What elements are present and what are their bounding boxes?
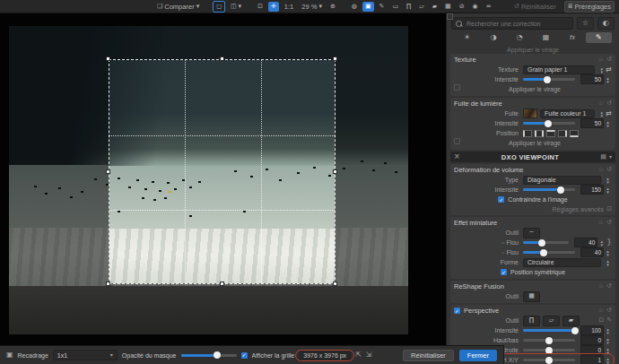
compare-button[interactable]: ❏ Comparer ▾ [154, 2, 202, 12]
symmetric-position-checkbox[interactable]: ✓ [501, 269, 507, 275]
aspect-ratio-dropdown[interactable]: 1x1 ▾ [53, 350, 118, 360]
crop-handle-mid-right[interactable] [333, 169, 337, 174]
rectangle-tool-button[interactable]: ▱ [543, 316, 560, 326]
star-icon[interactable]: ☆ [598, 100, 604, 107]
tab-effects[interactable]: fx [559, 32, 585, 43]
show-grid-checkbox[interactable]: ✓ [241, 352, 248, 359]
perspective-8pt-tool-button[interactable]: ▰ [430, 2, 440, 12]
perspective-tool-button[interactable]: ▱ [416, 2, 426, 12]
split-view-button[interactable]: ◫ ▾ [228, 2, 244, 12]
position-right-button[interactable] [558, 130, 567, 137]
orientation-landscape-icon[interactable]: ⇲ [366, 351, 372, 359]
orientation-portrait-icon[interactable]: ⇱ [355, 351, 362, 359]
volume-type-stepper[interactable]: ▴ ▾ [604, 177, 612, 184]
brush-tool-button[interactable]: ▭ [389, 2, 401, 12]
mask-opacity-slider[interactable] [181, 354, 237, 357]
toolbar-reset-button[interactable]: ↺ Réinitialiser [511, 2, 559, 12]
perspective-intensity-slider[interactable] [523, 329, 575, 332]
search-box[interactable] [451, 17, 573, 30]
volume-intensity-value[interactable]: 150 [580, 185, 604, 195]
texture-intensity-value[interactable]: 50 [580, 74, 604, 84]
star-icon[interactable]: ☆ [598, 220, 604, 226]
updown-stepper[interactable]: ▴ ▾ [604, 337, 612, 344]
single-view-button[interactable]: ◻ [213, 1, 225, 13]
force-parallel-tool-button[interactable]: ∏ [404, 2, 414, 12]
viewpoint-palette-header[interactable]: × DXO VIEWPOINT ▤ ▾ [450, 152, 615, 162]
xy-ratio-slider[interactable] [523, 359, 575, 361]
texture-apply-toning-checkbox[interactable] [454, 84, 460, 91]
leftright-stepper[interactable]: ▴ ▾ [604, 347, 612, 354]
miniature-blur-far-value[interactable]: 40 [580, 247, 604, 257]
reset-icon[interactable]: ↺ [606, 56, 612, 63]
crop-handle-bottom-right[interactable] [333, 282, 337, 286]
close-crop-button[interactable]: Fermer [459, 350, 497, 361]
shuffle-icon[interactable]: ⇄ [606, 66, 612, 74]
panel-menu-icon[interactable]: ▤ [600, 154, 606, 160]
clip-tool-button[interactable]: ⊘ [457, 2, 467, 12]
updown-value[interactable]: 0 [580, 335, 604, 345]
preview-toggle-button[interactable]: ◉ [470, 2, 481, 12]
crop-handle-bottom-center[interactable] [220, 282, 224, 286]
miniature-blur-near-slider[interactable] [523, 241, 569, 244]
zoom-in-button[interactable]: ⊕ [327, 2, 338, 12]
link-sliders-icon[interactable]: } [606, 238, 612, 247]
star-icon[interactable]: ☆ [598, 283, 604, 290]
tab-color[interactable]: ◑ [480, 32, 506, 43]
miniature-tool-button[interactable]: ┄ [523, 228, 540, 238]
tab-light[interactable]: ☀ [454, 32, 480, 43]
close-icon[interactable]: × [454, 153, 460, 160]
light-leak-intensity-slider[interactable] [523, 122, 575, 125]
position-sides-button[interactable] [535, 130, 544, 137]
fit-screen-button[interactable]: ⊡ [255, 2, 266, 12]
miniature-blur-near-value[interactable]: 40 [574, 238, 597, 247]
light-leak-stepper[interactable]: ▴ ▾ [597, 110, 606, 117]
volume-type-dropdown[interactable]: Diagonale [523, 176, 601, 185]
texture-type-dropdown[interactable]: Grain papier 1 [523, 65, 595, 74]
texture-intensity-stepper[interactable]: ▴ ▾ [604, 76, 612, 83]
search-input[interactable] [465, 20, 569, 28]
star-icon[interactable]: ☆ [598, 167, 604, 173]
texture-intensity-slider[interactable] [523, 78, 575, 81]
zoom-1-1-button[interactable]: 1:1 [282, 2, 296, 12]
reset-icon[interactable]: ↺ [606, 100, 612, 107]
crop-tool-button[interactable]: ▣ [362, 2, 374, 12]
reset-icon[interactable]: ↺ [606, 283, 612, 290]
crop-handle-bottom-left[interactable] [106, 282, 110, 286]
tab-local-tools[interactable]: ✎ [586, 32, 612, 43]
light-leak-intensity-stepper[interactable]: ▴ ▾ [604, 120, 612, 127]
volume-intensity-slider[interactable] [523, 188, 575, 191]
crop-selection[interactable] [109, 59, 336, 284]
position-bottom-button[interactable] [570, 130, 579, 137]
tab-grain[interactable]: ▦ [533, 32, 559, 43]
star-icon[interactable]: ☆ [598, 56, 604, 63]
light-leak-apply-toning-checkbox[interactable] [454, 138, 460, 144]
star-icon[interactable]: ☆ [598, 308, 604, 314]
leftright-slider[interactable] [523, 349, 575, 351]
reshape-grid-tool-button[interactable]: ▦ [523, 291, 540, 302]
eyedropper-tool-button[interactable]: ✎ [377, 2, 388, 12]
leftright-value[interactable]: 0 [580, 345, 604, 355]
horizon-tool-button[interactable]: ≂ [484, 2, 494, 12]
miniature-blur-far-stepper[interactable]: ▴ ▾ [604, 249, 612, 256]
zoom-level-dropdown[interactable]: 29 % ▾ [299, 2, 325, 12]
tab-detail[interactable]: ◔ [507, 32, 533, 43]
constrain-to-image-checkbox[interactable]: ✓ [498, 196, 504, 203]
reshape-enable-checkbox[interactable] [447, 13, 453, 20]
force-parallel-button[interactable]: ∏ [523, 316, 540, 326]
miniature-blur-near-stepper[interactable]: ▴ ▾ [597, 239, 606, 247]
perspective-intensity-value[interactable]: 100 [580, 325, 604, 335]
light-leak-dropdown[interactable]: Fuite couleur 1 [540, 109, 595, 118]
crop-handle-mid-left[interactable] [106, 169, 110, 174]
crop-handle-top-left[interactable] [106, 56, 110, 61]
eight-points-tool-button[interactable]: ▰ [562, 316, 580, 326]
pan-tool-button[interactable]: ✛ [268, 2, 279, 12]
miniature-blur-far-slider[interactable] [523, 251, 575, 254]
reset-icon[interactable]: ↺ [606, 220, 612, 226]
texture-type-stepper[interactable]: ▴ ▾ [597, 66, 606, 74]
perspective-intensity-stepper[interactable]: ▴ ▾ [604, 327, 612, 334]
miniature-shape-stepper[interactable]: ▴ ▾ [604, 259, 612, 266]
position-left-button[interactable] [523, 130, 532, 137]
crop-reset-button[interactable]: Réinitialiser [403, 350, 454, 361]
presets-button[interactable]: ≣ Préréglages [564, 1, 615, 13]
volume-advanced-settings[interactable]: Réglages avancés ⊡ [454, 204, 612, 213]
